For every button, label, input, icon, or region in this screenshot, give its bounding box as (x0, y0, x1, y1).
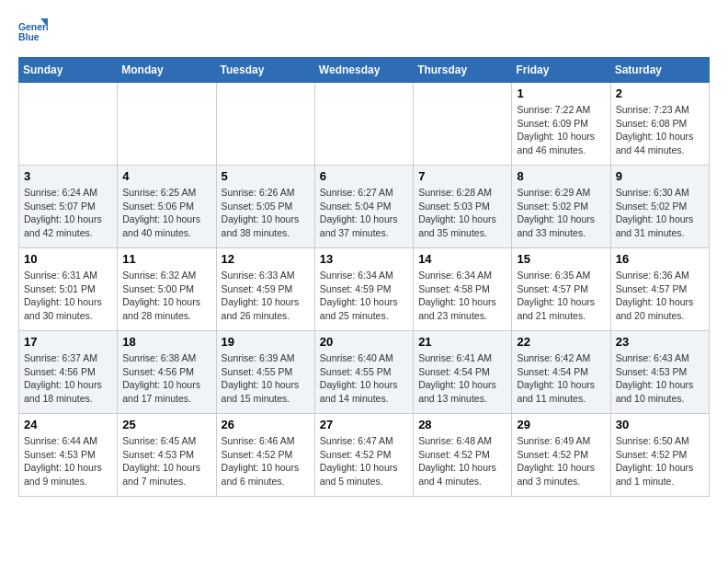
day-number: 9 (616, 169, 704, 183)
day-info: Sunrise: 6:33 AM Sunset: 4:59 PM Dayligh… (222, 269, 310, 323)
day-cell (216, 83, 314, 166)
weekday-header-row: SundayMondayTuesdayWednesdayThursdayFrid… (19, 58, 710, 83)
day-info: Sunrise: 6:24 AM Sunset: 5:07 PM Dayligh… (24, 186, 112, 240)
day-number: 10 (24, 252, 112, 266)
day-cell: 15Sunrise: 6:35 AM Sunset: 4:57 PM Dayli… (512, 248, 610, 331)
day-number: 24 (24, 418, 112, 431)
day-cell: 30Sunrise: 6:50 AM Sunset: 4:52 PM Dayli… (610, 414, 709, 497)
calendar-table: SundayMondayTuesdayWednesdayThursdayFrid… (18, 57, 710, 497)
week-row-3: 10Sunrise: 6:31 AM Sunset: 5:01 PM Dayli… (19, 248, 710, 331)
day-number: 26 (222, 418, 310, 431)
day-info: Sunrise: 6:41 AM Sunset: 4:54 PM Dayligh… (418, 351, 506, 406)
day-info: Sunrise: 6:50 AM Sunset: 4:52 PM Dayligh… (616, 434, 704, 488)
day-info: Sunrise: 6:38 AM Sunset: 4:56 PM Dayligh… (122, 351, 210, 406)
day-number: 6 (320, 169, 408, 183)
day-cell: 2Sunrise: 7:23 AM Sunset: 6:08 PM Daylig… (610, 83, 709, 166)
weekday-header-saturday: Saturday (610, 58, 709, 83)
day-number: 29 (517, 418, 605, 431)
day-cell: 4Sunrise: 6:25 AM Sunset: 5:06 PM Daylig… (118, 166, 216, 248)
day-number: 2 (616, 86, 704, 100)
week-row-5: 24Sunrise: 6:44 AM Sunset: 4:53 PM Dayli… (19, 414, 710, 497)
day-cell: 20Sunrise: 6:40 AM Sunset: 4:55 PM Dayli… (314, 331, 413, 414)
day-info: Sunrise: 6:36 AM Sunset: 4:57 PM Dayligh… (616, 269, 704, 323)
day-cell: 11Sunrise: 6:32 AM Sunset: 5:00 PM Dayli… (118, 248, 216, 331)
day-info: Sunrise: 6:42 AM Sunset: 4:54 PM Dayligh… (517, 351, 605, 406)
day-number: 23 (616, 335, 704, 349)
day-cell: 19Sunrise: 6:39 AM Sunset: 4:55 PM Dayli… (216, 331, 314, 414)
svg-text:General: General (18, 22, 48, 32)
day-cell: 9Sunrise: 6:30 AM Sunset: 5:02 PM Daylig… (610, 166, 709, 248)
day-cell: 14Sunrise: 6:34 AM Sunset: 4:58 PM Dayli… (414, 248, 512, 331)
day-number: 14 (418, 252, 506, 266)
day-info: Sunrise: 6:40 AM Sunset: 4:55 PM Dayligh… (320, 351, 408, 406)
logo: General Blue (18, 18, 48, 48)
day-cell: 29Sunrise: 6:49 AM Sunset: 4:52 PM Dayli… (512, 414, 610, 497)
day-number: 27 (320, 418, 408, 431)
day-number: 28 (418, 418, 506, 431)
day-cell (414, 83, 512, 166)
day-cell: 3Sunrise: 6:24 AM Sunset: 5:07 PM Daylig… (19, 166, 118, 248)
day-cell: 17Sunrise: 6:37 AM Sunset: 4:56 PM Dayli… (19, 331, 118, 414)
day-info: Sunrise: 6:44 AM Sunset: 4:53 PM Dayligh… (24, 434, 112, 488)
day-cell: 24Sunrise: 6:44 AM Sunset: 4:53 PM Dayli… (19, 414, 118, 497)
day-info: Sunrise: 6:25 AM Sunset: 5:06 PM Dayligh… (122, 186, 210, 240)
day-number: 7 (418, 169, 506, 183)
day-info: Sunrise: 6:45 AM Sunset: 4:53 PM Dayligh… (122, 434, 210, 488)
week-row-1: 1Sunrise: 7:22 AM Sunset: 6:09 PM Daylig… (19, 83, 710, 166)
day-cell: 25Sunrise: 6:45 AM Sunset: 4:53 PM Dayli… (118, 414, 216, 497)
day-cell: 10Sunrise: 6:31 AM Sunset: 5:01 PM Dayli… (19, 248, 118, 331)
day-info: Sunrise: 6:43 AM Sunset: 4:53 PM Dayligh… (616, 351, 704, 406)
day-info: Sunrise: 6:37 AM Sunset: 4:56 PM Dayligh… (24, 351, 112, 406)
weekday-header-friday: Friday (512, 58, 610, 83)
day-cell: 28Sunrise: 6:48 AM Sunset: 4:52 PM Dayli… (414, 414, 512, 497)
day-info: Sunrise: 7:22 AM Sunset: 6:09 PM Dayligh… (517, 103, 605, 157)
day-cell (314, 83, 413, 166)
weekday-header-thursday: Thursday (414, 58, 512, 83)
day-number: 15 (517, 252, 605, 266)
day-cell: 12Sunrise: 6:33 AM Sunset: 4:59 PM Dayli… (216, 248, 314, 331)
day-info: Sunrise: 7:23 AM Sunset: 6:08 PM Dayligh… (616, 103, 704, 157)
week-row-2: 3Sunrise: 6:24 AM Sunset: 5:07 PM Daylig… (19, 166, 710, 248)
day-cell: 16Sunrise: 6:36 AM Sunset: 4:57 PM Dayli… (610, 248, 709, 331)
day-info: Sunrise: 6:34 AM Sunset: 4:59 PM Dayligh… (320, 269, 408, 323)
day-number: 4 (122, 169, 210, 183)
day-info: Sunrise: 6:31 AM Sunset: 5:01 PM Dayligh… (24, 269, 112, 323)
day-cell: 21Sunrise: 6:41 AM Sunset: 4:54 PM Dayli… (414, 331, 512, 414)
day-number: 11 (122, 252, 210, 266)
day-number: 19 (222, 335, 310, 349)
weekday-header-monday: Monday (118, 58, 216, 83)
day-number: 22 (517, 335, 605, 349)
calendar-header: SundayMondayTuesdayWednesdayThursdayFrid… (19, 58, 710, 83)
day-cell: 7Sunrise: 6:28 AM Sunset: 5:03 PM Daylig… (414, 166, 512, 248)
day-number: 16 (616, 252, 704, 266)
day-number: 5 (222, 169, 310, 183)
day-number: 3 (24, 169, 112, 183)
day-number: 13 (320, 252, 408, 266)
day-cell: 22Sunrise: 6:42 AM Sunset: 4:54 PM Dayli… (512, 331, 610, 414)
day-cell: 5Sunrise: 6:26 AM Sunset: 5:05 PM Daylig… (216, 166, 314, 248)
day-info: Sunrise: 6:35 AM Sunset: 4:57 PM Dayligh… (517, 269, 605, 323)
day-info: Sunrise: 6:32 AM Sunset: 5:00 PM Dayligh… (122, 269, 210, 323)
day-info: Sunrise: 6:49 AM Sunset: 4:52 PM Dayligh… (517, 434, 605, 488)
day-cell: 1Sunrise: 7:22 AM Sunset: 6:09 PM Daylig… (512, 83, 610, 166)
day-info: Sunrise: 6:30 AM Sunset: 5:02 PM Dayligh… (616, 186, 704, 240)
day-number: 20 (320, 335, 408, 349)
week-row-4: 17Sunrise: 6:37 AM Sunset: 4:56 PM Dayli… (19, 331, 710, 414)
day-info: Sunrise: 6:29 AM Sunset: 5:02 PM Dayligh… (517, 186, 605, 240)
day-cell: 23Sunrise: 6:43 AM Sunset: 4:53 PM Dayli… (610, 331, 709, 414)
day-number: 1 (517, 86, 605, 100)
day-info: Sunrise: 6:28 AM Sunset: 5:03 PM Dayligh… (418, 186, 506, 240)
day-number: 18 (122, 335, 210, 349)
day-number: 25 (122, 418, 210, 431)
logo-icon: General Blue (18, 18, 48, 48)
day-cell (118, 83, 216, 166)
day-number: 21 (418, 335, 506, 349)
day-cell: 13Sunrise: 6:34 AM Sunset: 4:59 PM Dayli… (314, 248, 413, 331)
day-info: Sunrise: 6:47 AM Sunset: 4:52 PM Dayligh… (320, 434, 408, 488)
day-number: 30 (616, 418, 704, 431)
day-info: Sunrise: 6:39 AM Sunset: 4:55 PM Dayligh… (222, 351, 310, 406)
day-cell: 8Sunrise: 6:29 AM Sunset: 5:02 PM Daylig… (512, 166, 610, 248)
day-cell: 6Sunrise: 6:27 AM Sunset: 5:04 PM Daylig… (314, 166, 413, 248)
weekday-header-wednesday: Wednesday (314, 58, 413, 83)
day-info: Sunrise: 6:34 AM Sunset: 4:58 PM Dayligh… (418, 269, 506, 323)
